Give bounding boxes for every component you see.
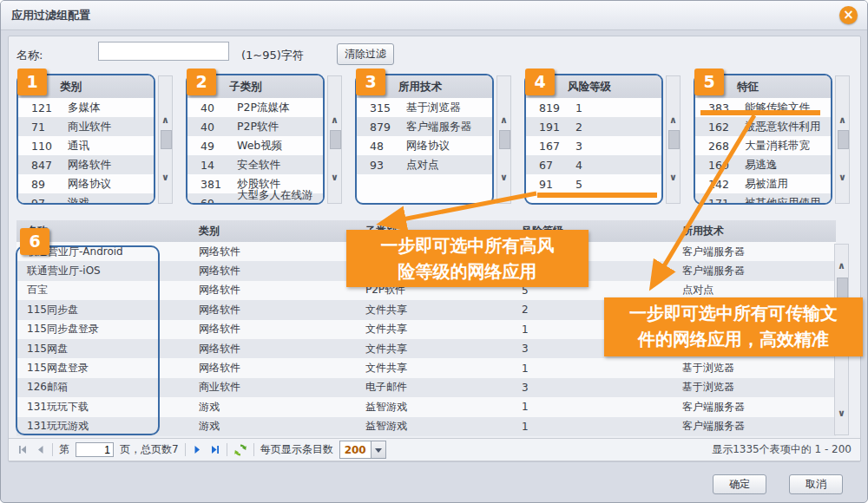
annotation-callout-risk: 一步即可选中所有高风 险等级的网络应用 [346,230,589,287]
scroll-down-icon[interactable]: ∨ [328,172,341,184]
table-cell: 网络软件 [187,322,357,336]
list-item[interactable]: 48网络协议 [357,136,492,155]
list-scrollbar[interactable]: ∧∨ [666,75,681,204]
ok-button[interactable]: 确定 [713,474,766,494]
item-label: 被其他应用使用 [745,196,821,206]
table-row[interactable]: 115网盘登录网络软件文件共享1基于浏览器 [16,358,836,377]
table-cell: 客户端服务器 [674,264,836,278]
dialog-title: 应用过滤组配置 [11,8,90,23]
scrollbar-thumb[interactable] [499,130,510,149]
item-label: 易逃逸 [745,158,778,173]
table-cell: 百宝 [16,283,187,297]
table-cell: 基于浏览器 [674,361,836,376]
per-page-label: 每页显示条目数 [260,442,333,457]
table-cell: 115同步盘登录 [16,322,187,336]
dialog-titlebar: 应用过滤组配置 × [1,1,867,30]
list-item[interactable]: 49Web视频 [187,136,323,155]
last-page-icon[interactable] [209,444,220,455]
table-cell: 115同步盘 [16,303,187,317]
list-item[interactable]: 383能够传输文件 [695,98,831,117]
scrollbar-thumb[interactable] [668,130,680,149]
scrollbar-thumb[interactable] [161,130,172,149]
list-item[interactable]: 110通讯 [18,136,154,155]
list-item[interactable]: 97游戏 [18,193,154,205]
list-item[interactable]: 69大型多人在线游戏 [187,193,323,205]
next-page-icon[interactable] [192,444,203,455]
item-label: 通讯 [68,139,89,154]
step-badge-3: 3 [356,69,385,95]
table-cell: 基于浏览器 [674,380,836,395]
scroll-up-icon[interactable]: ∧ [328,114,341,127]
list-item[interactable]: 268大量消耗带宽 [695,136,831,155]
scroll-up-icon[interactable]: ∧ [667,114,680,127]
list-item[interactable]: 160易逃逸 [695,155,831,174]
list-item[interactable]: 915 [526,174,661,193]
clear-filter-button[interactable]: 清除过滤 [337,43,394,65]
list-item[interactable]: 142易被滥用 [695,174,831,193]
table-cell: 网络软件 [187,303,357,317]
item-count: 162 [695,121,745,134]
pagination-bar: 第 页，总页数7 每页显示条目数 200 显示1335个表项中的 1 - 200 [9,438,860,461]
dropdown-arrow-icon[interactable] [371,441,385,458]
list-item[interactable]: 89网络协议 [18,174,154,193]
list-item[interactable]: 315基于浏览器 [357,98,492,117]
table-cell: 益智游戏 [357,400,513,415]
list-item[interactable]: 71商业软件 [18,117,154,136]
list-scrollbar[interactable]: ∧∨ [158,75,173,204]
item-count: 97 [18,197,68,206]
scrollbar-thumb[interactable] [838,130,849,149]
list-scrollbar[interactable]: ∧∨ [327,75,342,204]
item-count: 69 [187,197,237,206]
item-label: 客户端服务器 [406,120,471,134]
item-count: 142 [695,178,745,191]
list-item[interactable]: 1673 [526,136,661,155]
scroll-up-icon[interactable]: ∧ [497,114,510,127]
list-scrollbar[interactable]: ∧∨ [835,75,850,204]
refresh-icon[interactable] [233,443,247,457]
scroll-up-icon[interactable]: ∧ [835,260,848,272]
item-count: 40 [187,121,237,134]
list-scrollbar[interactable]: ∧∨ [496,75,511,204]
item-label: 能够传输文件 [745,101,810,115]
table-cell: 文件共享 [357,361,513,376]
item-label: 网络协议 [406,139,450,154]
scrollbar-thumb[interactable] [330,130,341,149]
cancel-button[interactable]: 取消 [789,474,843,494]
list-item[interactable]: 847网络软件 [18,155,154,174]
item-count: 167 [526,140,575,153]
list-item[interactable]: 879客户端服务器 [357,117,492,136]
table-row[interactable]: 131玩玩下载游戏益智游戏1客户端服务器 [16,397,836,416]
list-item[interactable]: 40P2P流媒体 [187,98,323,117]
list-item[interactable]: 674 [526,155,661,174]
list-item[interactable]: 162被恶意软件利用 [695,117,831,136]
per-page-select[interactable]: 200 [339,441,386,459]
first-page-icon[interactable] [17,444,29,455]
step-badge-5: 5 [694,69,724,95]
scroll-up-icon[interactable]: ∧ [836,114,849,127]
scroll-down-icon[interactable]: ∨ [836,172,849,184]
page-prefix-label: 第 [59,442,69,457]
close-icon[interactable]: × [839,6,858,24]
page-number-input[interactable] [76,442,114,457]
scroll-down-icon[interactable]: ∨ [497,172,510,184]
scroll-down-icon[interactable]: ∨ [159,172,172,184]
item-label: P2P软件 [237,120,279,134]
scroll-down-icon[interactable]: ∨ [667,172,680,184]
list-item[interactable]: 14安全软件 [187,155,323,174]
table-cell: 客户端服务器 [674,245,836,259]
list-item[interactable]: 171被其他应用使用 [695,193,831,205]
list-item[interactable]: 93点对点 [357,155,492,174]
list-item[interactable]: 121多媒体 [18,98,154,117]
list-item[interactable]: 40P2P软件 [187,117,323,136]
prev-page-icon[interactable] [35,444,46,455]
table-cell: 点对点 [674,283,836,297]
name-input[interactable] [98,42,229,61]
item-count: 40 [187,101,237,114]
list-item[interactable]: 8191 [526,98,661,117]
scroll-up-icon[interactable]: ∧ [159,114,172,127]
item-label: 多媒体 [68,101,101,115]
table-row[interactable]: 131玩玩游戏游戏益智游戏1客户端服务器 [16,417,836,436]
list-item[interactable]: 1912 [526,117,661,136]
scroll-down-icon[interactable]: ∨ [835,408,848,420]
table-row[interactable]: 126邮箱商业软件电子邮件3基于浏览器 [16,378,836,397]
